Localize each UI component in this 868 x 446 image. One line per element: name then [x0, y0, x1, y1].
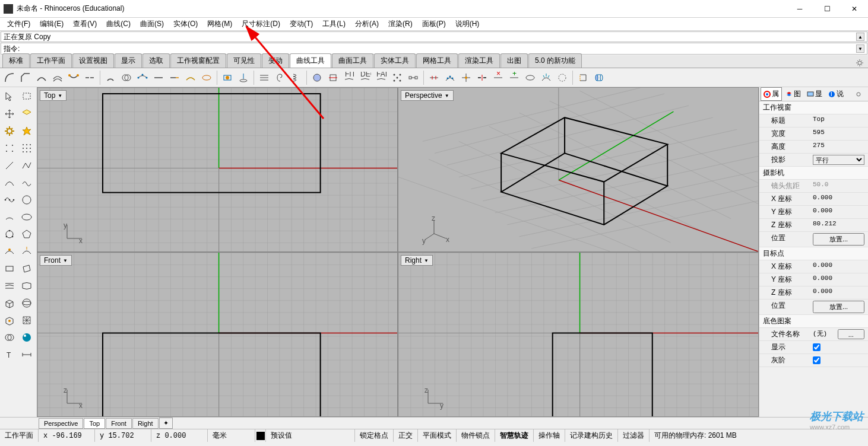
rp-tab-help[interactable]: i说: [826, 88, 846, 100]
rp-tab-properties[interactable]: 属: [761, 87, 782, 101]
close-curve-tool[interactable]: [576, 71, 590, 85]
sb-planar[interactable]: 平面模式: [418, 429, 457, 442]
rp-tab-layers[interactable]: 图: [783, 88, 803, 100]
menu-surface[interactable]: 曲面(S): [135, 18, 169, 30]
history-scroll-up[interactable]: ▲: [856, 33, 864, 41]
tab-visibility[interactable]: 可见性: [227, 53, 261, 68]
menu-tools[interactable]: 工具(L): [318, 18, 350, 30]
grid-points-tool[interactable]: [18, 140, 34, 156]
viewport-right[interactable]: Right▼ zy: [398, 253, 758, 416]
rp-gray-checkbox[interactable]: [813, 355, 821, 365]
simplify-tool[interactable]: [151, 71, 166, 85]
tab-standard[interactable]: 标准: [2, 53, 30, 68]
handle-tool[interactable]: [406, 71, 420, 85]
viewport-label-front[interactable]: Front▼: [40, 255, 72, 266]
tab-display[interactable]: 显示: [115, 53, 142, 68]
rp-title-value[interactable]: Top: [813, 116, 864, 126]
tab-surface-tools[interactable]: 曲面工具: [332, 53, 373, 68]
menu-file[interactable]: 文件(F): [2, 18, 35, 30]
menu-transform[interactable]: 变动(T): [285, 18, 318, 30]
cross-section-tool[interactable]: [199, 71, 214, 85]
vtab-perspective[interactable]: Perspective: [39, 418, 83, 429]
menu-panel[interactable]: 面板(P): [417, 18, 451, 30]
mesh-tool[interactable]: [18, 312, 34, 328]
menu-render[interactable]: 渲染(R): [384, 18, 417, 30]
rp-projection-select[interactable]: 平行: [813, 155, 864, 165]
rectangle-tool[interactable]: [1, 260, 17, 276]
maximize-button[interactable]: ☐: [813, 0, 841, 18]
surface-rect-tool[interactable]: [18, 260, 34, 276]
rp-ty-value[interactable]: 0.000: [813, 275, 864, 285]
tabs-options-icon[interactable]: [855, 58, 864, 68]
vtab-add[interactable]: ✦: [159, 418, 173, 429]
silhouette-tool[interactable]: [310, 71, 324, 85]
cplane-tool[interactable]: [18, 106, 34, 122]
rp-filename-browse[interactable]: ...: [838, 329, 865, 339]
extend-tool[interactable]: [167, 71, 182, 85]
sb-smarttrack[interactable]: 智慧轨迹: [495, 429, 534, 442]
project-tool[interactable]: [236, 71, 251, 85]
surface-tool[interactable]: [18, 278, 34, 294]
vtab-right[interactable]: Right: [132, 418, 159, 429]
curve-from-object-tool[interactable]: [220, 71, 235, 85]
rp-height-value[interactable]: 275: [813, 142, 864, 152]
viewport-top[interactable]: Top▼ yx: [37, 88, 397, 251]
boolean-union-tool[interactable]: [1, 329, 17, 345]
periodic-tool[interactable]: [523, 71, 537, 85]
fillet-tool[interactable]: [2, 71, 17, 85]
command-input[interactable]: [22, 44, 856, 53]
viewport-label-right[interactable]: Right▼: [401, 255, 433, 266]
convert-tool[interactable]: [555, 71, 569, 85]
move-uvn-tool[interactable]: [459, 71, 473, 85]
tab-new-5[interactable]: 5.0 的新功能: [528, 53, 582, 68]
line-tool[interactable]: [1, 157, 17, 173]
sb-layer[interactable]: 预设值: [266, 429, 355, 442]
ellipse-tool[interactable]: [18, 209, 34, 225]
rebuild-tool[interactable]: [135, 71, 150, 85]
menu-help[interactable]: 说明(H): [451, 18, 484, 30]
connect-tool[interactable]: [66, 71, 81, 85]
spiral-tool[interactable]: [273, 71, 287, 85]
box-tool[interactable]: [1, 295, 17, 311]
chamfer-tool[interactable]: [18, 71, 33, 85]
tab-mesh-tools[interactable]: 网格工具: [416, 53, 458, 68]
lasso-tool[interactable]: [18, 88, 34, 104]
rp-cpos-button[interactable]: 放置...: [813, 233, 864, 246]
rp-cy-value[interactable]: 0.000: [813, 207, 864, 217]
tab-select[interactable]: 选取: [142, 53, 170, 68]
rp-show-checkbox[interactable]: [813, 342, 821, 352]
viewport-perspective[interactable]: Perspective▼: [398, 88, 758, 251]
helix-tool[interactable]: [289, 71, 303, 85]
curve-tool[interactable]: [1, 174, 17, 190]
menu-dimension[interactable]: 尺寸标注(D): [237, 18, 285, 30]
point-tool[interactable]: [1, 140, 17, 156]
fit-label-icon[interactable]: FIT: [342, 71, 356, 85]
loft-tool[interactable]: [1, 278, 17, 294]
curve-edit-tool[interactable]: [1, 243, 17, 259]
freeform-tool[interactable]: [1, 192, 17, 208]
rp-tz-value[interactable]: 0.000: [813, 288, 864, 298]
sb-units[interactable]: 毫米: [208, 429, 255, 442]
tab-cplane[interactable]: 工作平面: [30, 53, 72, 68]
arc-blend-tool[interactable]: [103, 71, 118, 85]
explode-tool[interactable]: [18, 123, 34, 139]
rp-tx-value[interactable]: 0.000: [813, 262, 864, 272]
pointer-tool[interactable]: [1, 88, 17, 104]
viewport-label-top[interactable]: Top▼: [40, 90, 66, 101]
move-tool[interactable]: [1, 106, 17, 122]
sb-osnap[interactable]: 物件锁点: [457, 429, 495, 442]
sb-history[interactable]: 记录建构历史: [565, 429, 618, 442]
polyline-tool[interactable]: [18, 157, 34, 173]
history-scroll-down[interactable]: ▼: [856, 44, 864, 53]
vtab-top[interactable]: Top: [84, 418, 105, 429]
degree-label-icon[interactable]: DEG: [358, 71, 372, 85]
circle-tool[interactable]: [18, 192, 34, 208]
fair-label-icon[interactable]: FAIR: [374, 71, 388, 85]
curve-boolean-tool[interactable]: [119, 71, 134, 85]
blend-tool[interactable]: [34, 71, 49, 85]
insert-knot-tool[interactable]: +: [507, 71, 521, 85]
curve-segments-tool[interactable]: [475, 71, 489, 85]
viewport-label-perspective[interactable]: Perspective▼: [401, 90, 454, 101]
rp-cz-value[interactable]: 80.212: [813, 220, 864, 230]
array-curve-tool[interactable]: [443, 71, 457, 85]
